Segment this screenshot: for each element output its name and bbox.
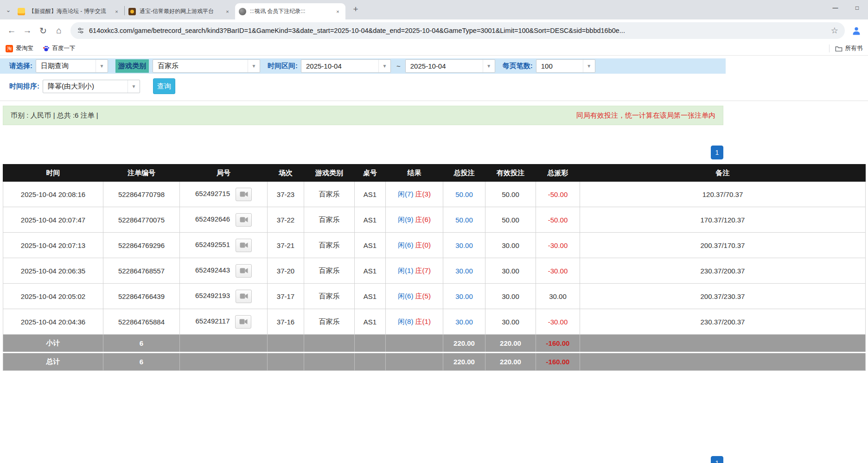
tab-close-icon[interactable]: ×: [334, 7, 342, 15]
pagination-bottom: 1: [711, 456, 723, 463]
cell-note: 200.37/230.37: [580, 284, 866, 309]
cell-round: 652492715: [180, 182, 268, 207]
subtotal-total-bet: 220.00: [443, 335, 485, 353]
date-end-select[interactable]: 2025-10-04 ▼: [405, 59, 495, 73]
url-text[interactable]: 614oxkc3.com/game/betrecord_search/kind3…: [89, 27, 826, 34]
video-replay-button[interactable]: [236, 264, 252, 278]
bookmark-baidu[interactable]: 百度一下: [43, 44, 76, 52]
cell-total-bet[interactable]: 50.00: [443, 182, 485, 207]
cell-total-bet[interactable]: 30.00: [443, 284, 485, 309]
cell-payout: -50.00: [536, 207, 580, 233]
reload-button[interactable]: ↻: [35, 23, 51, 38]
sort-value: 降幂(由大到小): [43, 82, 128, 91]
total-label: 总计: [3, 353, 103, 371]
cell-game-type: 百家乐: [304, 258, 355, 284]
page-1-button[interactable]: 1: [711, 146, 723, 159]
minimize-button[interactable]: —: [824, 0, 846, 15]
profile-avatar-icon[interactable]: [849, 23, 864, 38]
tab-title: 通宝-信誉最好的网上游戏平台: [140, 7, 220, 15]
bookmark-aitaobao[interactable]: 淘 爱淘宝: [6, 44, 33, 52]
window-controls: — □: [824, 0, 868, 15]
cell-session: 37-20: [268, 258, 304, 284]
cell-session: 37-16: [268, 309, 304, 335]
tab-close-icon[interactable]: ×: [223, 7, 231, 15]
column-header: 场次: [268, 165, 304, 182]
page-size-value: 100: [536, 62, 583, 70]
chevron-down-icon: ▼: [248, 60, 260, 72]
pagination-top: 1: [0, 146, 723, 159]
chevron-down-icon: ▼: [128, 80, 140, 93]
cell-bet-id: 522864768557: [103, 258, 180, 284]
currency-total-text: 币别 : 人民币 | 总共 :6 注单 |: [11, 111, 98, 120]
page-size-select[interactable]: 100 ▼: [536, 59, 595, 73]
cell-session: 37-17: [268, 284, 304, 309]
back-button[interactable]: ←: [4, 23, 19, 38]
game-type-select[interactable]: 百家乐 ▼: [153, 59, 260, 73]
forward-button[interactable]: →: [19, 23, 35, 38]
cell-session: 37-21: [268, 233, 304, 258]
bet-records-table: 时间注单编号局号场次游戏类别桌号结果总投注有效投注总派彩备注 2025-10-0…: [3, 164, 866, 371]
cell-payout: 30.00: [536, 284, 580, 309]
all-bookmarks-button[interactable]: 所有书: [829, 44, 863, 52]
game-type-value: 百家乐: [153, 62, 248, 70]
cell-result: 闲(8) 庄(1): [386, 309, 443, 335]
page-1-button[interactable]: 1: [711, 456, 723, 463]
address-bar[interactable]: 614oxkc3.com/game/betrecord_search/kind3…: [70, 22, 845, 39]
cell-note: 230.37/200.37: [580, 258, 866, 284]
cell-table-no: AS1: [355, 182, 386, 207]
video-replay-button[interactable]: [236, 290, 252, 303]
filter-panel: 请选择: 日期查询 ▼ 游戏类别 百家乐 ▼ 时间区间: 2025-10-04 …: [0, 58, 868, 101]
tab-favicon-treasure-icon: [128, 8, 136, 15]
sort-select[interactable]: 降幂(由大到小) ▼: [43, 80, 140, 93]
video-replay-button[interactable]: [235, 315, 251, 329]
query-button[interactable]: 查询: [153, 78, 175, 94]
cell-total-bet[interactable]: 50.00: [443, 207, 485, 233]
cell-total-bet[interactable]: 30.00: [443, 233, 485, 258]
new-tab-button[interactable]: +: [349, 3, 362, 16]
maximize-button[interactable]: □: [846, 0, 868, 15]
total-valid-bet: 220.00: [485, 353, 536, 371]
query-mode-value: 日期查询: [36, 62, 96, 70]
video-replay-button[interactable]: [236, 239, 252, 252]
summary-bar: 币别 : 人民币 | 总共 :6 注单 | 同局有效投注，统一计算在该局第一张注…: [3, 106, 723, 125]
cell-total-bet[interactable]: 30.00: [443, 258, 485, 284]
cell-result: 闲(1) 庄(7): [386, 258, 443, 284]
video-replay-button[interactable]: [236, 188, 252, 201]
query-mode-select[interactable]: 日期查询 ▼: [36, 59, 108, 73]
tab-favicon-globe-icon: [239, 8, 246, 15]
cell-valid-bet: 30.00: [485, 284, 536, 309]
tab-bet-records-active[interactable]: :::视讯 会员下注纪录::: ×: [235, 3, 345, 19]
tab-close-icon[interactable]: ×: [113, 7, 121, 15]
total-row: 总计 6 220.00 220.00 -160.00: [3, 353, 866, 371]
column-header: 时间: [3, 165, 103, 182]
total-count: 6: [103, 353, 180, 371]
cell-round: 652492193: [180, 284, 268, 309]
bookmark-star-icon[interactable]: ☆: [831, 25, 838, 36]
taobao-icon: 淘: [6, 45, 13, 52]
cell-note: 200.37/170.37: [580, 233, 866, 258]
chevron-down-icon[interactable]: ⌄: [3, 3, 14, 17]
folder-icon: [835, 45, 842, 52]
home-button[interactable]: ⌂: [51, 23, 67, 38]
cell-result: 闲(9) 庄(6): [386, 207, 443, 233]
cell-bet-id: 522864766439: [103, 284, 180, 309]
bookmark-label: 百度一下: [52, 44, 76, 52]
cell-bet-id: 522864770075: [103, 207, 180, 233]
column-header: 局号: [180, 165, 268, 182]
date-start-select[interactable]: 2025-10-04 ▼: [301, 59, 391, 73]
cell-bet-id: 522864765884: [103, 309, 180, 335]
table-row: 2025-10-04 20:04:36522864765884652492117…: [3, 309, 866, 335]
cell-total-bet[interactable]: 30.00: [443, 309, 485, 335]
tab-title: :::视讯 会员下注纪录:::: [250, 7, 330, 15]
site-info-icon[interactable]: [77, 27, 84, 34]
cell-valid-bet: 30.00: [485, 309, 536, 335]
column-header: 游戏类别: [304, 165, 355, 182]
tab-forum[interactable]: 【新提醒】海燕论坛 - 博学交流 ×: [14, 3, 124, 19]
page-size-label: 每页笔数:: [503, 62, 533, 70]
cell-table-no: AS1: [355, 258, 386, 284]
cell-table-no: AS1: [355, 309, 386, 335]
chevron-down-icon: ▼: [583, 60, 595, 72]
date-range-label: 时间区间:: [268, 62, 298, 70]
tab-tongbao[interactable]: 通宝-信誉最好的网上游戏平台 ×: [125, 3, 235, 19]
video-replay-button[interactable]: [236, 213, 252, 227]
